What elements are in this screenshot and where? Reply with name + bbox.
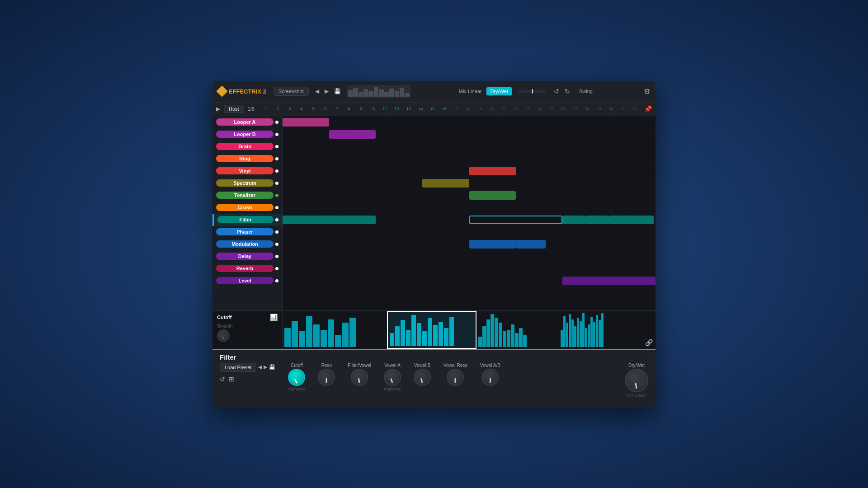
wf-bar [401, 320, 405, 346]
track-grain[interactable]: Grain [212, 141, 282, 153]
bar-12: 12 [391, 107, 402, 111]
waveform-chart-button[interactable]: 📊 [270, 314, 278, 321]
play-small-button[interactable]: ▶ [212, 106, 224, 112]
main-content: Looper A Looper B Grain Ring Vinyl [212, 116, 656, 310]
track-modulation[interactable]: Modulation [212, 238, 282, 250]
bar-2: 2 [272, 107, 283, 111]
track-reverb[interactable]: Reverb [212, 263, 282, 275]
bar-10: 10 [367, 107, 379, 111]
transport-controls: ◀ ▶ 💾 [313, 87, 343, 95]
vowel-reso-knob[interactable] [447, 369, 464, 386]
preset-save-button[interactable]: 💾 [269, 364, 275, 370]
track-level[interactable]: Level [212, 275, 282, 287]
mini-bar [379, 89, 383, 97]
dry-wet-bottom-knob[interactable] [625, 369, 648, 392]
track-phaser[interactable]: Phaser [212, 226, 282, 238]
dry-wet-button[interactable]: Dry/Wet [486, 87, 512, 95]
screenshot-button[interactable]: Screenshot [274, 87, 309, 96]
sequencer-grid[interactable] [283, 116, 656, 310]
bar-30: 30 [605, 107, 617, 111]
bar-28: 28 [581, 107, 593, 111]
block-level-1[interactable] [562, 277, 656, 285]
wf-bar [433, 325, 438, 346]
block-filter-5[interactable] [609, 216, 654, 224]
track-looper-a[interactable]: Looper A [212, 116, 282, 128]
knob-sublabel-vowel-a: Highpass [384, 387, 401, 391]
bar-31: 31 [617, 107, 628, 111]
knob-label-vowel-a: Vowel A [384, 363, 401, 368]
smooth-knob[interactable] [217, 329, 230, 342]
track-delay[interactable]: Delay [212, 250, 282, 263]
block-filter-1[interactable] [283, 216, 376, 224]
track-crush[interactable]: Crush [212, 202, 282, 214]
block-modulation-1[interactable] [469, 240, 516, 249]
block-spectrum-1[interactable] [422, 179, 469, 188]
track-tonalizer[interactable]: Tonalizer [212, 189, 282, 202]
dry-wet-knob-label: Dry/Wet [628, 363, 645, 368]
preset-next-button[interactable]: ▶ [264, 364, 267, 370]
preset-area: Load Preset ◀ ▶ 💾 ↺ ⊞ [220, 363, 275, 383]
prev-button[interactable]: ◀ [313, 87, 321, 95]
track-vinyl[interactable]: Vinyl [212, 165, 282, 177]
block-vinyl-1[interactable] [469, 167, 516, 175]
vowel-b-knob[interactable] [414, 369, 431, 386]
block-filter-2[interactable] [469, 216, 562, 224]
undo-button[interactable]: ↺ [552, 87, 561, 96]
wf-bar [449, 317, 454, 346]
wf-bar [495, 318, 498, 347]
wf-bar [582, 313, 585, 347]
wf-bar [292, 321, 298, 347]
settings-button[interactable]: ⚙ [644, 87, 650, 96]
mini-bar [389, 89, 394, 97]
block-filter-4[interactable] [585, 216, 609, 224]
track-label-crush: Crush [216, 204, 274, 211]
knob-group-vowel-ab: Vowel A/B [480, 363, 500, 387]
bar-20: 20 [486, 107, 498, 111]
track-ring[interactable]: Ring [212, 153, 282, 165]
load-preset-button[interactable]: Load Preset [220, 363, 256, 372]
save-button[interactable]: 💾 [332, 87, 343, 95]
reso-knob[interactable] [318, 369, 335, 386]
dry-wet-slider[interactable] [519, 90, 546, 93]
wf-bar [313, 324, 320, 347]
host-button[interactable]: Host [224, 105, 244, 113]
header: EFFECTRIX 2 Screenshot ◀ ▶ 💾 Mix Linear … [212, 81, 656, 103]
block-modulation-2[interactable] [516, 240, 546, 249]
mini-bar [384, 92, 389, 97]
dry-wet-group: Dry/Wet Mix Linear [625, 363, 648, 398]
track-list: Looper A Looper B Grain Ring Vinyl [212, 116, 283, 310]
grid-bottom-button[interactable]: ⊞ [229, 375, 234, 383]
bar-27: 27 [569, 107, 581, 111]
undo-bottom-button[interactable]: ↺ [220, 375, 225, 383]
track-dot-looper-b [275, 133, 278, 136]
track-looper-b[interactable]: Looper B [212, 128, 282, 141]
track-spectrum[interactable]: Spectrum [212, 177, 282, 189]
cutoff-knob[interactable] [288, 369, 305, 386]
knob-sublabel-cutoff: Highpass [288, 387, 306, 391]
bar-32: 32 [629, 107, 641, 111]
track-label-modulation: Modulation [216, 240, 274, 248]
wf-bar [395, 326, 400, 346]
wf-bar [406, 330, 410, 346]
preset-prev-button[interactable]: ◀ [258, 364, 262, 370]
vowel-a-knob[interactable] [384, 369, 401, 386]
block-tonalizer-1[interactable] [469, 191, 516, 200]
wf-bar [486, 319, 490, 347]
redo-button[interactable]: ↻ [563, 87, 572, 96]
vowel-ab-knob[interactable] [481, 369, 499, 386]
track-label-level: Level [216, 277, 274, 284]
knob-group-vowel-a: Vowel A Highpass [384, 363, 401, 391]
block-looper-b-1[interactable] [329, 130, 376, 139]
pin-button[interactable]: 📌 [641, 105, 656, 113]
bar-11: 11 [379, 107, 391, 111]
track-label-vinyl: Vinyl [216, 167, 274, 174]
track-dot-spectrum [275, 182, 278, 185]
block-looper-a-1[interactable] [283, 118, 329, 127]
bar-23: 23 [522, 107, 533, 111]
track-filter[interactable]: Filter [212, 214, 282, 226]
filter-vowel-knob[interactable] [351, 369, 368, 386]
block-filter-3[interactable] [562, 216, 586, 224]
knob-group-filter-vowel: Filter/Vowel [348, 363, 371, 387]
link-icon[interactable]: 🔗 [645, 339, 653, 346]
play-button[interactable]: ▶ [323, 87, 330, 95]
